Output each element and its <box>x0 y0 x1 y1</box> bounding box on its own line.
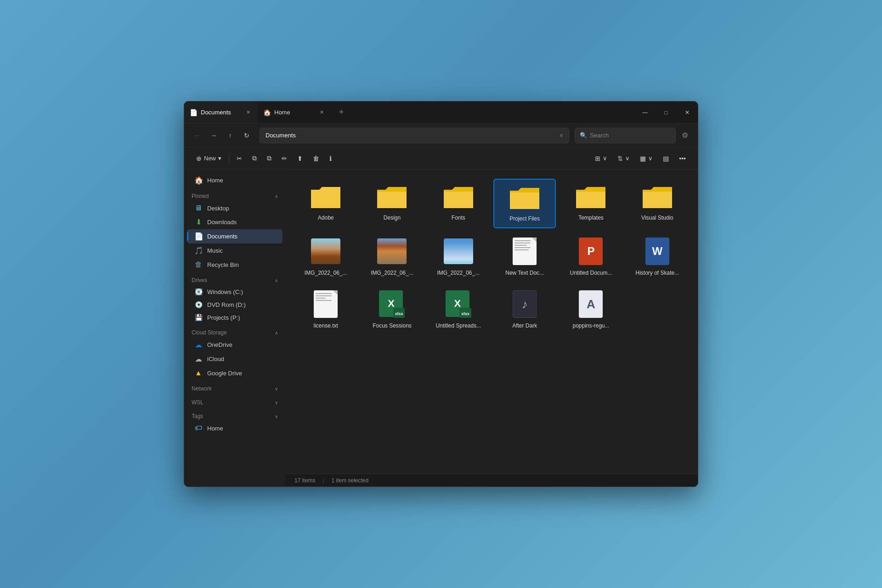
refresh-button[interactable]: ↻ <box>239 128 254 143</box>
search-bar[interactable]: 🔍 Search <box>575 128 676 143</box>
sidebar-item-home[interactable]: 🏠 Home <box>187 173 283 187</box>
img2-icon <box>377 237 407 266</box>
minimize-button[interactable]: — <box>634 102 656 124</box>
file-untitled-ppt-name: Untitled Docum... <box>570 270 612 277</box>
rename-icon: ✏ <box>282 155 287 162</box>
address-text: Documents <box>266 132 296 139</box>
folder-fonts[interactable]: Fonts <box>427 179 490 228</box>
sidebar-item-dvd-d[interactable]: 💿 DVD Rom (D:) <box>187 298 283 311</box>
new-button[interactable]: ⊕ New ▾ <box>192 151 226 166</box>
tab-home[interactable]: 🏠 Home ✕ <box>258 102 331 123</box>
tags-section-header[interactable]: Tags ∨ <box>184 407 285 421</box>
up-button[interactable]: ↑ <box>223 128 237 143</box>
sidebar-item-downloads[interactable]: ⬇ Downloads 📌 <box>187 215 283 229</box>
view-chevron-icon: ∨ <box>603 155 607 162</box>
folder-project-files-icon <box>508 184 541 212</box>
drives-chevron-icon: ∧ <box>275 278 278 283</box>
folder-design-name: Design <box>384 215 401 222</box>
maximize-icon: □ <box>664 109 667 116</box>
sidebar-item-google-drive[interactable]: ▲ Google Drive <box>187 366 283 380</box>
file-after-dark[interactable]: ♪ After Dark <box>493 285 556 334</box>
sort-button[interactable]: ⇅ ∨ <box>613 151 634 166</box>
delete-icon: 🗑 <box>313 155 319 162</box>
home-tab-close[interactable]: ✕ <box>317 108 326 117</box>
folder-adobe-name: Adobe <box>318 215 334 222</box>
folder-templates-name: Templates <box>578 215 604 222</box>
downloads-sidebar-icon: ⬇ <box>194 218 203 226</box>
network-section-header[interactable]: Network ∨ <box>184 380 285 394</box>
file-new-text[interactable]: New Text Doc... <box>493 232 556 282</box>
sidebar-item-icloud[interactable]: ☁ iCloud <box>187 352 283 366</box>
documents-tab-icon: 📄 <box>190 109 197 116</box>
file-untitled-ppt[interactable]: P Untitled Docum... <box>560 232 622 282</box>
view-button[interactable]: ⊞ ∨ <box>590 151 612 166</box>
view-icon: ⊞ <box>595 155 600 162</box>
windows-c-icon: 💽 <box>194 288 203 295</box>
tab-documents[interactable]: 📄 Documents ✕ <box>184 102 258 123</box>
history-icon: W <box>643 237 672 266</box>
close-button[interactable]: ✕ <box>677 102 698 124</box>
sidebar-item-windows-c[interactable]: 💽 Windows (C:) <box>187 285 283 298</box>
file-poppins[interactable]: A poppins-regu... <box>560 285 622 334</box>
share-icon: ⬆ <box>297 155 303 162</box>
file-focus-sessions[interactable]: X xlsx Focus Sessions <box>361 285 423 334</box>
file-img1-name: IMG_2022_06_... <box>305 270 347 277</box>
cut-button[interactable]: ✂ <box>232 151 247 166</box>
sidebar-item-recycle[interactable]: 🗑 Recycle Bin 📌 <box>187 258 283 271</box>
forward-button[interactable]: → <box>206 128 221 143</box>
sidebar-documents-label: Documents <box>207 233 264 240</box>
title-bar: 📄 Documents ✕ 🏠 Home ✕ + — □ ✕ <box>184 102 698 124</box>
folder-visual-studio[interactable]: Visual Studio <box>626 179 689 228</box>
folder-templates[interactable]: Templates <box>560 179 622 228</box>
paste-button[interactable]: ⧉ <box>262 151 276 166</box>
sidebar-item-desktop[interactable]: 🖥 Desktop 📌 <box>187 201 283 215</box>
sidebar-tags-home-label: Home <box>207 425 275 432</box>
file-history[interactable]: W History of Skate... <box>626 232 689 282</box>
maximize-button[interactable]: □ <box>656 102 677 124</box>
pinned-section-header[interactable]: Pinned ∧ <box>184 187 285 201</box>
new-tab-button[interactable]: + <box>333 102 350 123</box>
layout-icon: ▤ <box>663 155 669 162</box>
new-label: New <box>204 155 216 162</box>
file-img1[interactable]: IMG_2022_06_... <box>294 232 357 282</box>
search-settings-button[interactable]: ⚙ <box>678 128 692 143</box>
file-license[interactable]: license.txt <box>294 285 357 334</box>
file-img2[interactable]: IMG_2022_06_... <box>361 232 423 282</box>
sidebar-item-tags-home[interactable]: 🏷 Home <box>187 421 283 435</box>
share-button[interactable]: ⬆ <box>293 151 307 166</box>
new-chevron-icon: ▾ <box>218 155 221 162</box>
layout-button[interactable]: ▤ <box>658 151 673 166</box>
navigation-toolbar: ← → ↑ ↻ Documents ∨ 🔍 Search ⚙ <box>184 124 698 147</box>
sidebar-item-projects-p[interactable]: 💾 Projects (P:) <box>187 311 283 324</box>
copy-button[interactable]: ⧉ <box>248 151 261 166</box>
refresh-icon: ↻ <box>244 132 249 139</box>
img3-icon <box>444 237 473 266</box>
documents-tab-close[interactable]: ✕ <box>244 108 252 117</box>
cloud-section-header[interactable]: Cloud Storage ∧ <box>184 324 285 338</box>
desktop-sidebar-icon: 🖥 <box>194 204 203 212</box>
paste-icon: ⧉ <box>267 154 271 162</box>
folder-design[interactable]: Design <box>361 179 423 228</box>
folder-project-files[interactable]: Project Files <box>493 179 556 228</box>
tags-label: Tags <box>192 413 203 419</box>
file-untitled-xls[interactable]: X xlsx Untitled Spreads... <box>427 285 490 334</box>
sidebar-item-documents[interactable]: 📄 Documents 📌 <box>187 229 283 243</box>
folder-adobe[interactable]: Adobe <box>294 179 357 228</box>
drives-label: Drives <box>192 277 207 283</box>
more-options-button[interactable]: ••• <box>674 151 690 166</box>
rename-button[interactable]: ✏ <box>277 151 292 166</box>
delete-button[interactable]: 🗑 <box>308 151 324 166</box>
back-button[interactable]: ← <box>190 128 204 143</box>
sidebar-item-onedrive[interactable]: ☁ OneDrive <box>187 338 283 352</box>
drives-section-header[interactable]: Drives ∧ <box>184 271 285 285</box>
wsl-section-header[interactable]: WSL ∨ <box>184 394 285 407</box>
file-new-text-name: New Text Doc... <box>505 270 544 277</box>
info-button[interactable]: ℹ <box>325 151 336 166</box>
file-focus-sessions-name: Focus Sessions <box>373 322 412 330</box>
address-bar[interactable]: Documents ∨ <box>260 128 569 143</box>
back-icon: ← <box>194 132 200 139</box>
file-img3[interactable]: IMG_2022_06_... <box>427 232 490 282</box>
sidebar-item-music[interactable]: 🎵 Music 📌 <box>187 243 283 258</box>
documents-tab-label: Documents <box>201 109 240 116</box>
group-button[interactable]: ▦ ∨ <box>635 151 657 166</box>
